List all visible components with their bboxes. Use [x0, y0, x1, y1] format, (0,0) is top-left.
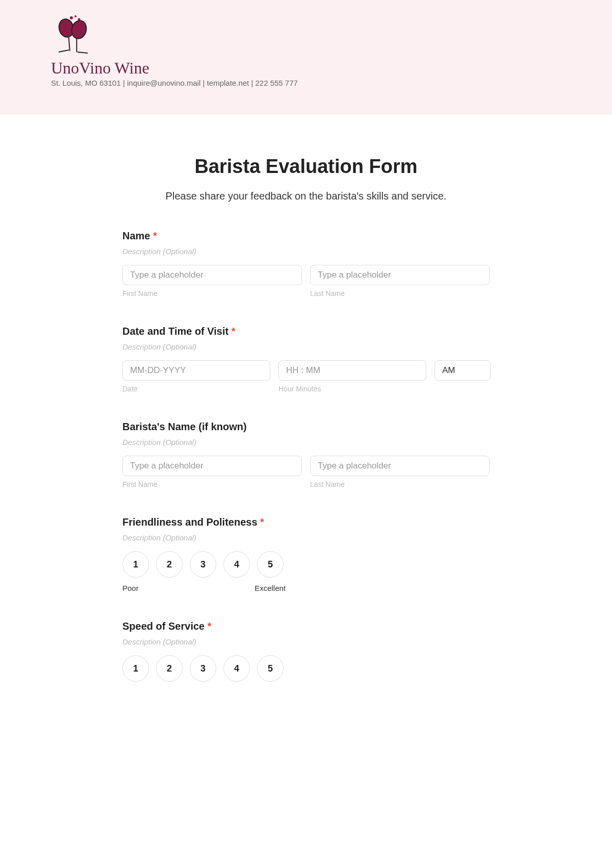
rating-option-3[interactable]: 3	[190, 655, 216, 682]
field-label-speed: Speed of Service *	[122, 621, 490, 632]
field-barista-name: Barista's Name (if known) Description (O…	[122, 421, 490, 488]
field-desc: Description (Optional)	[122, 438, 490, 447]
field-friendliness: Friendliness and Politeness * Descriptio…	[122, 516, 490, 592]
rating-low-label: Poor	[122, 584, 139, 592]
form-container: Barista Evaluation Form Please share you…	[117, 156, 495, 682]
required-mark: *	[208, 621, 212, 632]
field-desc: Description (Optional)	[122, 247, 490, 256]
rating-friendliness: 1 2 3 4 5	[122, 551, 286, 578]
rating-option-4[interactable]: 4	[223, 655, 250, 682]
rating-speed: 1 2 3 4 5	[122, 655, 286, 682]
brand-name: UnoVino Wine	[51, 59, 298, 78]
svg-line-5	[66, 37, 72, 51]
field-desc: Description (Optional)	[122, 637, 490, 646]
field-name: Name * Description (Optional) First Name…	[122, 230, 490, 297]
svg-point-12	[78, 18, 81, 21]
label-text: Name	[122, 230, 150, 241]
rating-option-5[interactable]: 5	[257, 655, 284, 682]
brand-contact-line: St. Louis, MO 63101 | inquire@unovino.ma…	[51, 79, 298, 87]
rating-option-1[interactable]: 1	[122, 655, 149, 682]
rating-high-label: Excellent	[254, 584, 286, 592]
label-text: Barista's Name (if known)	[122, 421, 247, 432]
sublabel-last-name: Last Name	[310, 289, 490, 297]
field-desc: Description (Optional)	[122, 342, 490, 351]
field-label-barista-name: Barista's Name (if known)	[122, 421, 490, 433]
field-label-friendliness: Friendliness and Politeness *	[122, 516, 490, 528]
field-visit: Date and Time of Visit * Description (Op…	[122, 326, 490, 393]
field-label-name: Name *	[122, 230, 490, 242]
label-text: Speed of Service	[122, 621, 205, 632]
label-text: Friendliness and Politeness	[122, 516, 258, 528]
svg-point-11	[74, 15, 76, 17]
rating-option-3[interactable]: 3	[190, 551, 216, 578]
rating-option-5[interactable]: 5	[257, 551, 284, 578]
field-desc: Description (Optional)	[122, 533, 490, 542]
required-mark: *	[232, 326, 236, 337]
form-subtitle: Please share your feedback on the barist…	[122, 190, 490, 202]
sublabel-first-name: First Name	[122, 289, 302, 297]
rating-option-2[interactable]: 2	[156, 551, 183, 578]
sublabel-time: Hour Minutes	[278, 385, 426, 393]
required-mark: *	[153, 230, 157, 241]
field-label-visit: Date and Time of Visit *	[122, 326, 490, 337]
barista-first-name-input[interactable]	[122, 456, 302, 476]
rating-option-2[interactable]: 2	[156, 655, 183, 682]
date-input[interactable]	[122, 360, 270, 381]
form-title: Barista Evaluation Form	[122, 156, 490, 178]
time-input[interactable]	[278, 360, 426, 381]
barista-last-name-input[interactable]	[310, 456, 490, 476]
svg-point-7	[70, 19, 88, 40]
sublabel-last-name: Last Name	[310, 480, 490, 488]
ampm-value: AM	[442, 365, 455, 376]
svg-point-10	[70, 16, 73, 19]
brand-logo-icon	[51, 15, 97, 56]
sublabel-date: Date	[122, 385, 270, 393]
rating-option-4[interactable]: 4	[223, 551, 250, 578]
sublabel-first-name: First Name	[122, 480, 302, 488]
brand-block: UnoVino Wine St. Louis, MO 63101 | inqui…	[51, 15, 298, 87]
first-name-input[interactable]	[122, 265, 302, 285]
last-name-input[interactable]	[310, 265, 490, 285]
rating-option-1[interactable]: 1	[122, 551, 149, 578]
ampm-select[interactable]: AM	[435, 360, 491, 381]
svg-line-8	[73, 38, 80, 52]
svg-line-9	[78, 52, 88, 53]
svg-line-6	[59, 50, 69, 52]
label-text: Date and Time of Visit	[122, 326, 228, 337]
required-mark: *	[260, 516, 264, 528]
page-header: UnoVino Wine St. Louis, MO 63101 | inqui…	[0, 0, 612, 115]
field-speed: Speed of Service * Description (Optional…	[122, 621, 490, 682]
